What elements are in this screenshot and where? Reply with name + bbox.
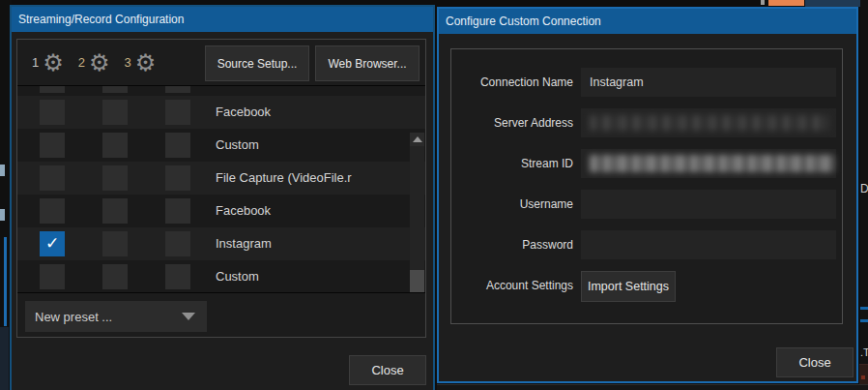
- checkbox-destination-1[interactable]: ✓: [40, 231, 65, 256]
- preset-list-row[interactable]: Facebook: [17, 96, 425, 129]
- streaming-record-configuration-window: Streaming/Record Configuration 1 ⚙ 2 ⚙ 3…: [10, 5, 435, 390]
- destination-number: 2: [78, 55, 85, 70]
- background-fragment: [805, 0, 868, 7]
- destination-gear[interactable]: 1 ⚙: [32, 51, 64, 75]
- list-scrollbar[interactable]: [410, 133, 424, 293]
- field-control: Instagram: [581, 68, 842, 97]
- left-window-titlebar[interactable]: Streaming/Record Configuration: [12, 7, 433, 32]
- right-window-content: Connection Name Instagram Server Address…: [439, 34, 856, 381]
- background-fragment: [0, 327, 9, 390]
- checkbox-destination-1[interactable]: [40, 264, 65, 289]
- checkbox-destination-3[interactable]: [165, 231, 190, 256]
- preset-list[interactable]: Facebook Custom File Capture (VideoFile.…: [17, 85, 425, 293]
- checkbox-destination-3[interactable]: [165, 100, 190, 125]
- destination-gear[interactable]: 3 ⚙: [125, 51, 157, 75]
- gear-icon[interactable]: ⚙: [135, 51, 157, 75]
- server-address-input[interactable]: [581, 108, 836, 137]
- background-bottom-strip: [437, 384, 868, 390]
- checkbox-destination-1[interactable]: [40, 100, 65, 125]
- checkbox-destination-3[interactable]: [165, 133, 190, 158]
- destination-gear-row: 1 ⚙ 2 ⚙ 3 ⚙ Source Setup... Web Browser.…: [17, 40, 425, 85]
- checkbox-destination-2[interactable]: [102, 231, 128, 256]
- checkbox-destination-3[interactable]: [165, 198, 190, 224]
- left-window-title: Streaming/Record Configuration: [18, 13, 184, 26]
- field-control: Import Settings: [581, 271, 842, 300]
- preset-list-row[interactable]: ✓ Instagram: [17, 227, 425, 260]
- preset-list-row[interactable]: Custom: [17, 260, 425, 293]
- checkbox-partial: [165, 86, 190, 93]
- password-input[interactable]: [581, 230, 836, 259]
- stream-id-redacted-value: [590, 155, 835, 172]
- password-label: Password: [451, 238, 573, 252]
- checkbox-destination-1[interactable]: [40, 133, 65, 158]
- right-close-button[interactable]: Close: [776, 347, 854, 377]
- background-fragment: [0, 209, 5, 221]
- preset-row-label: Facebook: [216, 96, 271, 129]
- destination-number: 1: [32, 55, 39, 70]
- account-settings-label: Account Settings: [451, 279, 573, 292]
- form-field-row: Connection Name Instagram: [451, 68, 842, 97]
- form-field-row: Password: [451, 230, 842, 259]
- right-window-title: Configure Custom Connection: [446, 15, 601, 28]
- web-browser-button[interactable]: Web Browser...: [315, 45, 420, 81]
- checkbox-destination-1[interactable]: [40, 165, 65, 191]
- new-preset-dropdown[interactable]: New preset ...: [25, 301, 207, 332]
- form-field-row: Username: [451, 190, 842, 219]
- scroll-up-icon[interactable]: [410, 133, 424, 146]
- preset-list-row[interactable]: Custom: [17, 129, 425, 162]
- left-window-content: 1 ⚙ 2 ⚙ 3 ⚙ Source Setup... Web Browser.…: [12, 32, 433, 390]
- field-control: [581, 190, 842, 219]
- right-window-titlebar[interactable]: Configure Custom Connection: [439, 9, 856, 34]
- checkbox-destination-2[interactable]: [102, 165, 128, 191]
- gear-items: 1 ⚙ 2 ⚙ 3 ⚙: [17, 51, 156, 75]
- background-fragment: [861, 375, 865, 379]
- form-field-row: Stream ID: [451, 149, 842, 178]
- source-setup-button[interactable]: Source Setup...: [205, 45, 309, 81]
- checkbox-partial: [102, 86, 128, 93]
- checkbox-destination-2[interactable]: [102, 198, 128, 224]
- import-settings-button[interactable]: Import Settings: [581, 271, 676, 302]
- gear-icon[interactable]: ⚙: [89, 51, 110, 75]
- chevron-down-icon: [182, 313, 195, 320]
- left-close-button[interactable]: Close: [349, 355, 426, 385]
- background-blue-border-fragment: [860, 319, 868, 322]
- stream-id-input[interactable]: [581, 149, 836, 178]
- gear-icon[interactable]: ⚙: [43, 51, 64, 75]
- server-address-label: Server Address: [451, 116, 573, 130]
- scrollbar-thumb[interactable]: [410, 270, 424, 293]
- streaming-presets-panel: 1 ⚙ 2 ⚙ 3 ⚙ Source Setup... Web Browser.…: [16, 39, 426, 338]
- connection-name-label: Connection Name: [451, 75, 573, 89]
- field-control: [581, 149, 842, 178]
- destination-gear[interactable]: 2 ⚙: [78, 51, 110, 75]
- list-rows-container: Facebook Custom File Capture (VideoFile.…: [17, 96, 425, 293]
- background-fragment: [761, 0, 765, 5]
- connection-form-panel: Connection Name Instagram Server Address…: [450, 48, 843, 324]
- checkbox-destination-2[interactable]: [102, 133, 128, 158]
- checkbox-destination-3[interactable]: [165, 165, 190, 191]
- preset-list-row[interactable]: File Capture (VideoFile.r: [17, 162, 425, 195]
- preset-row-label: Facebook: [216, 195, 271, 227]
- background-blue-border-fragment: [860, 307, 868, 310]
- preset-list-row[interactable]: Facebook: [17, 195, 425, 227]
- checkbox-destination-1[interactable]: [40, 198, 65, 224]
- checkbox-destination-3[interactable]: [165, 264, 190, 289]
- form-field-row: Account Settings Import Settings: [451, 271, 842, 300]
- username-input[interactable]: [581, 190, 836, 219]
- preset-row-label: Custom: [216, 129, 259, 162]
- connection-name-input[interactable]: Instagram: [581, 68, 836, 97]
- list-row-partial: [17, 86, 425, 96]
- background-fragment: [0, 165, 5, 176]
- preset-row-label: File Capture (VideoFile.r: [216, 162, 352, 195]
- username-label: Username: [451, 197, 573, 211]
- connection-name-value: Instagram: [590, 75, 644, 89]
- background-text-fragment: D: [860, 182, 868, 195]
- checkbox-destination-2[interactable]: [102, 100, 128, 125]
- configure-custom-connection-window: Configure Custom Connection Connection N…: [437, 7, 858, 383]
- field-control: [581, 230, 842, 259]
- checkbox-destination-2[interactable]: [102, 264, 128, 289]
- preset-row-label: Instagram: [216, 227, 272, 260]
- server-address-redacted-value: [590, 115, 829, 131]
- destination-number: 3: [125, 55, 131, 70]
- background-orange-fragment: [768, 0, 804, 6]
- field-control: [581, 108, 842, 137]
